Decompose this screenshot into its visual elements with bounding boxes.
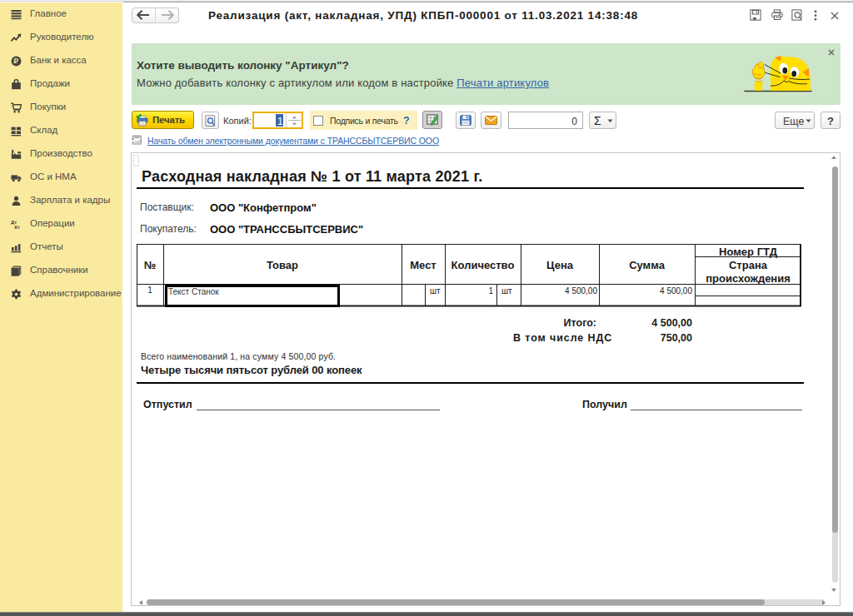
svg-text:Кт: Кт <box>15 225 21 230</box>
svg-text:P: P <box>14 57 19 65</box>
svg-text:Дт: Дт <box>11 220 17 225</box>
